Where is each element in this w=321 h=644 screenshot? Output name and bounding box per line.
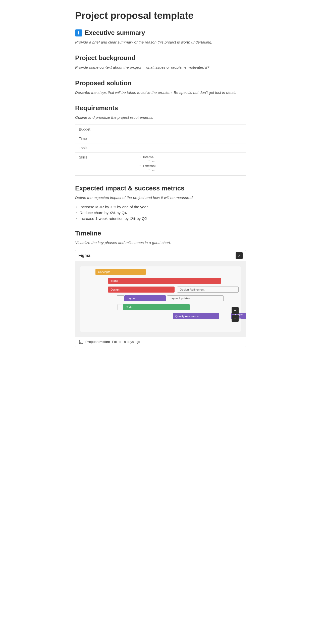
section-executive-summary: i Executive summary Provide a brief and … xyxy=(75,29,246,45)
section-heading-proposed-solution: Proposed solution xyxy=(75,79,246,87)
timeline-desc: Visualize the key phases and milestones … xyxy=(75,240,246,246)
table-cell-value: ... xyxy=(135,125,246,134)
skills-internal-value: ... xyxy=(148,159,242,163)
table-cell-skills-label: Skills xyxy=(75,153,135,176)
section-heading-project-background: Project background xyxy=(75,54,246,62)
gantt-bar-concepts: Concepts xyxy=(95,269,146,275)
skills-external: External: ... xyxy=(138,164,242,171)
zoom-controls: + − xyxy=(232,307,239,322)
table-row: Budget ... xyxy=(75,125,246,134)
table-cell-label: Time xyxy=(75,134,135,143)
impact-bullet-3: Increase 1-week retention by X% by Q2 xyxy=(75,216,246,221)
section-title-executive-summary: Executive summary xyxy=(85,29,145,36)
table-cell-label: Budget xyxy=(75,125,135,134)
figma-footer-filename: Project timeline xyxy=(85,340,110,344)
table-row-skills: Skills Internal: ... External: ... xyxy=(75,153,246,176)
requirements-desc: Outline and prioritize the project requi… xyxy=(75,115,246,120)
section-title-requirements: Requirements xyxy=(75,104,118,112)
section-expected-impact: Expected impact & success metrics Define… xyxy=(75,185,246,221)
figma-footer-edited: Edited 18 days ago xyxy=(112,340,140,344)
table-cell-value: ... xyxy=(135,134,246,143)
impact-bullet-1: Increase MRR by X% by end of the year xyxy=(75,205,246,209)
impact-bullets-list: Increase MRR by X% by end of the year Re… xyxy=(75,205,246,221)
table-row: Tools ... xyxy=(75,143,246,153)
page-title: Project proposal template xyxy=(75,10,246,21)
expand-button[interactable]: ↗ xyxy=(236,252,243,259)
section-title-expected-impact: Expected impact & success metrics xyxy=(75,185,184,192)
gantt-bar-design-refinement: Design Refinement xyxy=(177,287,239,293)
section-heading-expected-impact: Expected impact & success metrics xyxy=(75,185,246,192)
skills-internal: Internal: ... xyxy=(138,155,242,163)
zoom-in-button[interactable]: + xyxy=(232,307,239,314)
table-row: Time ... xyxy=(75,134,246,143)
figma-app-name: Figma xyxy=(78,253,90,258)
impact-bullet-2: Reduce churn by X% by Q4 xyxy=(75,211,246,215)
gantt-bar-code: Code xyxy=(123,304,190,310)
figma-preview: Concepts Brand Design Design Refinement … xyxy=(75,261,246,337)
skills-external-value: ... xyxy=(148,168,242,171)
figma-header: Figma ↗ xyxy=(75,250,246,261)
section-timeline: Timeline Visualize the key phases and mi… xyxy=(75,230,246,347)
figma-footer: Project timeline Edited 18 days ago xyxy=(75,337,246,347)
table-cell-skills-value: Internal: ... External: ... xyxy=(135,153,246,176)
info-icon: i xyxy=(75,29,82,36)
section-project-background: Project background Provide some context … xyxy=(75,54,246,70)
section-proposed-solution: Proposed solution Describe the steps tha… xyxy=(75,79,246,96)
section-heading-requirements: Requirements xyxy=(75,104,246,112)
section-title-project-background: Project background xyxy=(75,54,135,62)
project-background-desc: Provide some context about the project –… xyxy=(75,65,246,70)
figma-file-icon xyxy=(79,340,83,344)
section-title-timeline: Timeline xyxy=(75,230,101,237)
requirements-table: Budget ... Time ... Tools ... Skills Int… xyxy=(75,125,246,176)
executive-summary-desc: Provide a brief and clear summary of the… xyxy=(75,39,246,45)
zoom-out-button[interactable]: − xyxy=(232,315,239,322)
proposed-solution-desc: Describe the steps that will be taken to… xyxy=(75,90,246,96)
gantt-chart: Concepts Brand Design Design Refinement … xyxy=(80,266,241,332)
figma-embed: Figma ↗ Concepts Brand Design Design Ref… xyxy=(75,250,246,347)
expected-impact-desc: Define the expected impact of the projec… xyxy=(75,195,246,201)
section-title-proposed-solution: Proposed solution xyxy=(75,79,132,87)
gantt-bar-quality-assurance: Quality Assurance xyxy=(173,313,219,319)
gantt-bar-design: Design xyxy=(108,287,175,293)
table-cell-label: Tools xyxy=(75,143,135,153)
gantt-bar-layout: Layout xyxy=(124,295,166,301)
gantt-bar-layout-updates: Layout Updates xyxy=(167,295,224,301)
table-cell-value: ... xyxy=(135,143,246,153)
section-requirements: Requirements Outline and prioritize the … xyxy=(75,104,246,176)
section-heading-executive-summary: i Executive summary xyxy=(75,29,246,36)
section-heading-timeline: Timeline xyxy=(75,230,246,237)
gantt-bar-brand: Brand xyxy=(108,278,221,284)
